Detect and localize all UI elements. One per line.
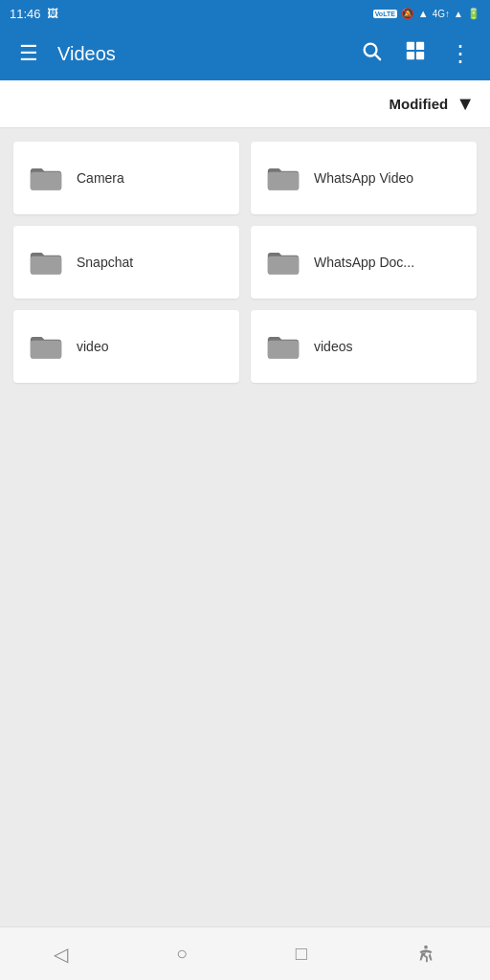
network-4g-icon: 4G↑ (433, 9, 450, 19)
folder-icon (266, 245, 301, 279)
content-area: Camera WhatsApp Video Snapchat WhatsApp … (0, 128, 490, 926)
folder-item[interactable]: video (13, 310, 239, 383)
folder-name: WhatsApp Video (314, 170, 461, 186)
folder-grid: Camera WhatsApp Video Snapchat WhatsApp … (13, 142, 477, 383)
folder-icon (266, 161, 301, 195)
folder-item[interactable]: videos (251, 310, 477, 383)
search-button[interactable] (357, 36, 386, 71)
folder-icon (266, 329, 301, 364)
folder-icon (29, 245, 63, 279)
folder-icon (29, 161, 63, 195)
app-bar: ☰ Videos ⋮ (0, 27, 490, 80)
gallery-status-icon: 🖼 (47, 7, 58, 20)
folder-name: videos (314, 339, 461, 354)
signal-icon: ▲ (418, 8, 429, 19)
recents-button[interactable]: □ (277, 935, 326, 972)
folder-name: Camera (77, 170, 224, 186)
battery-icon: 🔋 (467, 8, 480, 20)
svg-line-1 (375, 55, 380, 59)
folder-icon (29, 329, 63, 364)
home-button[interactable]: ○ (157, 935, 207, 972)
mute-icon: 🔕 (401, 8, 414, 20)
status-bar-right: VoLTE 🔕 ▲ 4G↑ ▲ 🔋 (373, 8, 480, 20)
sort-chevron-icon: ▼ (456, 93, 475, 115)
svg-point-6 (424, 945, 428, 948)
sort-bar[interactable]: Modified ▼ (0, 80, 490, 128)
svg-rect-5 (416, 52, 424, 59)
menu-button[interactable]: ☰ (15, 37, 42, 70)
folder-item[interactable]: Camera (13, 142, 239, 214)
svg-rect-3 (416, 42, 424, 50)
back-button[interactable]: ◁ (34, 935, 87, 973)
accessibility-button[interactable] (396, 936, 456, 972)
folder-item[interactable]: Snapchat (13, 226, 239, 299)
svg-rect-2 (407, 42, 414, 50)
status-time: 11:46 (10, 7, 41, 21)
status-bar: 11:46 🖼 VoLTE 🔕 ▲ 4G↑ ▲ 🔋 (0, 0, 490, 27)
folder-item[interactable]: WhatsApp Doc... (251, 226, 477, 299)
page-title: Videos (57, 43, 342, 65)
folder-name: WhatsApp Doc... (314, 255, 461, 270)
folder-name: Snapchat (77, 255, 224, 270)
wifi-signal-icon: ▲ (454, 9, 463, 19)
volte-icon: VoLTE (373, 10, 397, 18)
navigation-bar: ◁ ○ □ (0, 926, 490, 980)
grid-view-button[interactable] (401, 36, 430, 71)
more-options-button[interactable]: ⋮ (445, 36, 475, 71)
svg-rect-4 (407, 52, 414, 59)
folder-item[interactable]: WhatsApp Video (251, 142, 477, 214)
folder-name: video (77, 339, 224, 354)
sort-label: Modified (390, 96, 449, 112)
status-bar-left: 11:46 🖼 (10, 7, 58, 21)
